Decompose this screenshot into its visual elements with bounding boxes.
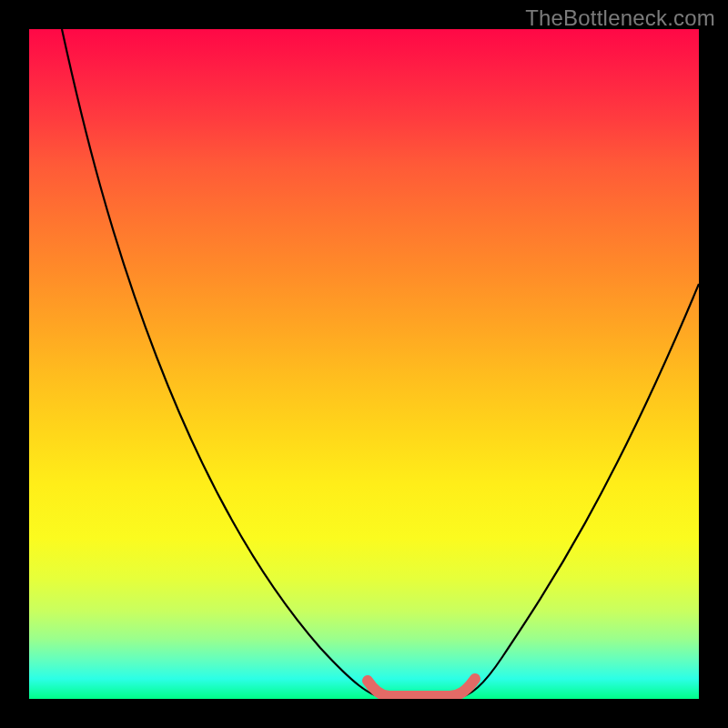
bottleneck-curve [62, 29, 699, 697]
plot-area [29, 29, 699, 699]
chart-frame: TheBottleneck.com [0, 0, 728, 728]
bottleneck-curve-svg [29, 29, 699, 699]
watermark-text: TheBottleneck.com [525, 5, 715, 31]
optimal-range-highlight [368, 679, 475, 696]
